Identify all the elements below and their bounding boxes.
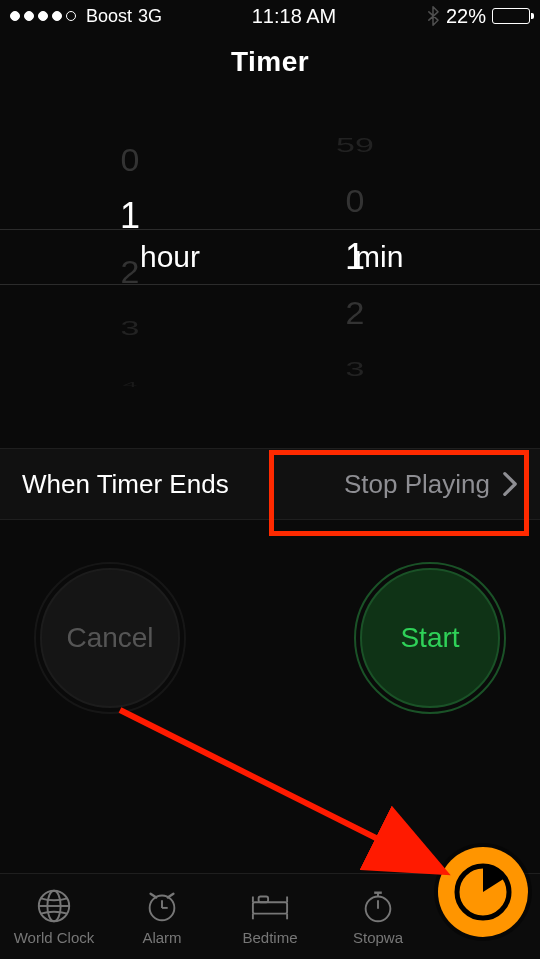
carrier-label: Boost [86, 6, 132, 27]
chevron-right-icon [502, 471, 518, 497]
tab-bedtime[interactable]: Bedtime [222, 887, 318, 946]
bluetooth-icon [426, 6, 440, 26]
when-timer-ends-value: Stop Playing [344, 469, 490, 500]
globe-icon [32, 887, 76, 925]
start-button[interactable]: Start [360, 568, 500, 708]
svg-line-7 [168, 894, 174, 898]
status-right: 22% [426, 5, 530, 28]
stopwatch-icon [356, 887, 400, 925]
svg-line-19 [120, 710, 440, 870]
status-time: 11:18 AM [252, 5, 337, 28]
page-title: Timer [0, 32, 540, 92]
timer-badge-icon[interactable] [438, 847, 528, 937]
annotation-arrow [110, 700, 470, 900]
svg-rect-8 [253, 902, 287, 913]
battery-percent: 22% [446, 5, 486, 28]
signal-strength-icon [10, 11, 76, 21]
when-timer-ends-value-wrap: Stop Playing [344, 469, 518, 500]
status-bar: Boost 3G 11:18 AM 22% [0, 0, 540, 32]
battery-icon [492, 8, 530, 24]
bed-icon [248, 887, 292, 925]
when-timer-ends-label: When Timer Ends [22, 469, 229, 500]
svg-line-6 [151, 894, 157, 898]
duration-picker[interactable]: 0 1 2 3 4 hour 58 59 0 1 2 3 4 min [0, 102, 540, 412]
when-timer-ends-row[interactable]: When Timer Ends Stop Playing [0, 448, 540, 520]
alarm-clock-icon [140, 887, 184, 925]
tab-world-clock[interactable]: World Clock [6, 887, 102, 946]
button-row: Cancel Start [0, 568, 540, 708]
hours-unit-label: hour [140, 229, 200, 285]
tab-alarm[interactable]: Alarm [114, 887, 210, 946]
minutes-unit-label: min [355, 229, 403, 285]
screen: { "status": { "carrier": "Boost", "netwo… [0, 0, 540, 959]
cancel-button[interactable]: Cancel [40, 568, 180, 708]
status-left: Boost 3G [10, 6, 162, 27]
network-label: 3G [138, 6, 162, 27]
tab-stopwatch[interactable]: Stopwa [330, 887, 426, 946]
svg-rect-13 [259, 897, 269, 903]
